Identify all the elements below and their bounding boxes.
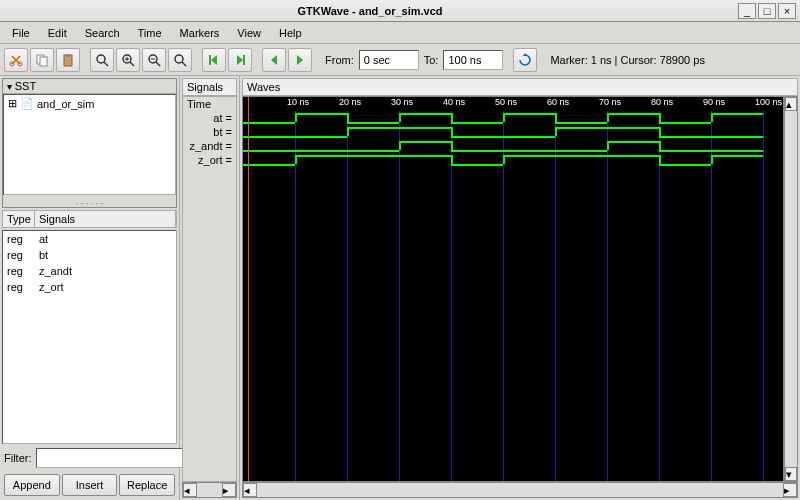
svg-point-15	[175, 55, 183, 63]
from-input[interactable]	[359, 50, 419, 70]
nav-start-button[interactable]	[202, 48, 226, 72]
menu-view[interactable]: View	[229, 25, 269, 41]
copy-button[interactable]	[30, 48, 54, 72]
tick-label: 90 ns	[703, 97, 725, 107]
tick-label: 50 ns	[495, 97, 517, 107]
wave-canvas[interactable]: 10 ns20 ns30 ns40 ns50 ns60 ns70 ns80 ns…	[242, 96, 784, 482]
marker-cursor-label: Marker: 1 ns | Cursor: 78900 ps	[547, 54, 707, 66]
svg-line-9	[130, 62, 134, 66]
tick-label: 10 ns	[287, 97, 309, 107]
zoom-undo-button[interactable]	[168, 48, 192, 72]
wave-signal-bt[interactable]	[243, 125, 783, 139]
tick-label: 60 ns	[547, 97, 569, 107]
tick-label: 100 ns	[755, 97, 782, 107]
replace-button[interactable]: Replace	[119, 474, 175, 496]
cell-type: reg	[3, 281, 35, 293]
table-row[interactable]: regbt	[3, 247, 176, 263]
cut-button[interactable]	[4, 48, 28, 72]
wave-title: Waves	[242, 78, 798, 96]
zoom-out-button[interactable]	[142, 48, 166, 72]
wave-scroll-left-icon[interactable]: ◂	[243, 483, 257, 497]
main-area: ▾ SST ⊞ 📄 and_or_sim . . . . . . Type Si…	[0, 76, 800, 500]
cell-type: reg	[3, 265, 35, 277]
sst-tree[interactable]: ⊞ 📄 and_or_sim	[3, 94, 176, 195]
svg-rect-3	[40, 57, 47, 66]
wave-vscroll[interactable]: ▴ ▾	[784, 96, 798, 482]
cell-type: reg	[3, 233, 35, 245]
reload-button[interactable]	[513, 48, 537, 72]
svg-rect-17	[209, 55, 211, 65]
wave-signal-at[interactable]	[243, 111, 783, 125]
tick-label: 70 ns	[599, 97, 621, 107]
signals-table-header: Type Signals	[2, 210, 177, 228]
signal-label-zort[interactable]: z_ort =	[183, 153, 236, 167]
nav-end-button[interactable]	[228, 48, 252, 72]
scroll-up-icon[interactable]: ▴	[785, 97, 797, 111]
cell-name: z_andt	[35, 265, 76, 277]
paste-button[interactable]	[56, 48, 80, 72]
resize-handle[interactable]: . . . . . .	[3, 195, 176, 207]
filter-input[interactable]	[36, 448, 184, 468]
tick-label: 30 ns	[391, 97, 413, 107]
signals-panel: Signals Time at = bt = z_andt = z_ort = …	[180, 76, 240, 500]
scroll-left-icon[interactable]: ◂	[183, 483, 197, 497]
signals-panel-title: Signals	[182, 78, 237, 96]
svg-line-13	[156, 62, 160, 66]
table-row[interactable]: regz_andt	[3, 263, 176, 279]
th-type[interactable]: Type	[3, 211, 35, 227]
scroll-down-icon[interactable]: ▾	[785, 467, 797, 481]
menu-search[interactable]: Search	[77, 25, 128, 41]
signals-table-body[interactable]: regatregbtregz_andtregz_ort	[2, 230, 177, 444]
menu-edit[interactable]: Edit	[40, 25, 75, 41]
cell-type: reg	[3, 249, 35, 261]
maximize-button[interactable]: □	[758, 3, 776, 19]
insert-button[interactable]: Insert	[62, 474, 118, 496]
close-button[interactable]: ×	[778, 3, 796, 19]
table-row[interactable]: regat	[3, 231, 176, 247]
tree-item-root[interactable]: ⊞ 📄 and_or_sim	[4, 95, 175, 112]
wave-signal-z_ort[interactable]	[243, 153, 783, 167]
tick-label: 20 ns	[339, 97, 361, 107]
svg-line-7	[104, 62, 108, 66]
wave-scroll-right-icon[interactable]: ▸	[783, 483, 797, 497]
wave-timeline[interactable]: 10 ns20 ns30 ns40 ns50 ns60 ns70 ns80 ns…	[243, 97, 783, 111]
menu-markers[interactable]: Markers	[172, 25, 228, 41]
tree-root-label: and_or_sim	[37, 98, 94, 110]
cell-name: at	[35, 233, 52, 245]
svg-line-16	[182, 62, 186, 66]
signal-label-at[interactable]: at =	[183, 111, 236, 125]
wave-panel: Waves 10 ns20 ns30 ns40 ns50 ns60 ns70 n…	[240, 76, 800, 500]
menu-file[interactable]: File	[4, 25, 38, 41]
signal-label-bt[interactable]: bt =	[183, 125, 236, 139]
menubar: File Edit Search Time Markers View Help	[0, 22, 800, 44]
svg-rect-5	[66, 54, 70, 57]
window-title: GTKWave - and_or_sim.vcd	[4, 5, 736, 17]
svg-point-6	[97, 55, 105, 63]
zoom-fit-button[interactable]	[90, 48, 114, 72]
zoom-in-button[interactable]	[116, 48, 140, 72]
tree-expand-icon[interactable]: ⊞	[8, 97, 17, 110]
menu-help[interactable]: Help	[271, 25, 310, 41]
wave-signal-z_andt[interactable]	[243, 139, 783, 153]
svg-rect-18	[243, 55, 245, 65]
th-signals[interactable]: Signals	[35, 211, 176, 227]
time-label: Time	[183, 97, 236, 111]
signals-list[interactable]: Time at = bt = z_andt = z_ort =	[182, 96, 237, 482]
nav-prev-button[interactable]	[262, 48, 286, 72]
table-row[interactable]: regz_ort	[3, 279, 176, 295]
marker-line[interactable]	[248, 97, 249, 481]
wave-hscroll[interactable]: ◂ ▸	[242, 482, 798, 498]
module-icon: 📄	[20, 97, 34, 110]
cell-name: z_ort	[35, 281, 67, 293]
to-input[interactable]	[443, 50, 503, 70]
append-button[interactable]: Append	[4, 474, 60, 496]
signal-label-zandt[interactable]: z_andt =	[183, 139, 236, 153]
menu-time[interactable]: Time	[130, 25, 170, 41]
tick-label: 40 ns	[443, 97, 465, 107]
nav-next-button[interactable]	[288, 48, 312, 72]
signals-hscroll[interactable]: ◂ ▸	[182, 482, 237, 498]
sst-title: SST	[15, 80, 36, 92]
minimize-button[interactable]: _	[738, 3, 756, 19]
titlebar: GTKWave - and_or_sim.vcd _ □ ×	[0, 0, 800, 22]
scroll-right-icon[interactable]: ▸	[222, 483, 236, 497]
